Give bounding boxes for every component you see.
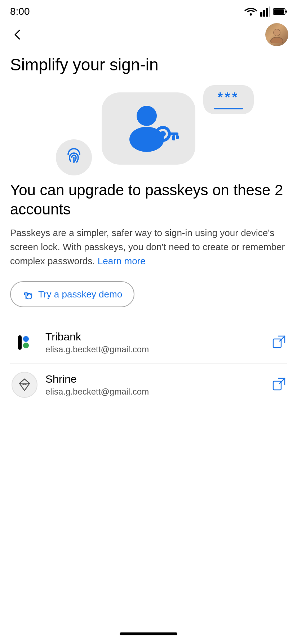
- svg-marker-23: [19, 379, 30, 385]
- svg-rect-2: [266, 8, 268, 17]
- svg-point-11: [137, 106, 157, 126]
- upgrade-description: Passkeys are a simpler, safer way to sig…: [10, 226, 287, 268]
- signal-icon: [260, 6, 270, 17]
- fingerprint-bubble: [56, 139, 92, 175]
- person-key-icon: [116, 100, 181, 157]
- account-item-shrine[interactable]: Shrine elisa.g.beckett@gmail.com: [10, 364, 287, 406]
- svg-rect-5: [274, 9, 284, 14]
- illustration-area: ***: [0, 83, 297, 177]
- account-item-tribank[interactable]: Tribank elisa.g.beckett@gmail.com: [10, 322, 287, 364]
- svg-point-9: [274, 29, 280, 36]
- try-demo-button[interactable]: Try a passkey demo: [10, 281, 134, 307]
- shrine-info: Shrine elisa.g.beckett@gmail.com: [45, 373, 267, 397]
- shrine-external-link-icon: [272, 378, 285, 392]
- password-dots-text: ***: [218, 90, 239, 105]
- demo-button-label: Try a passkey demo: [38, 289, 122, 300]
- shrine-name: Shrine: [45, 373, 267, 385]
- svg-rect-0: [260, 12, 262, 17]
- shrine-email: elisa.g.beckett@gmail.com: [45, 387, 267, 397]
- svg-rect-6: [285, 10, 287, 13]
- back-arrow-icon: [12, 28, 25, 41]
- svg-point-19: [23, 336, 29, 342]
- hand-icon: [22, 288, 34, 300]
- tribank-email: elisa.g.beckett@gmail.com: [45, 344, 267, 354]
- svg-rect-16: [176, 135, 179, 139]
- status-icons: [244, 6, 287, 17]
- tribank-logo: [12, 330, 37, 356]
- password-bubble: ***: [203, 85, 254, 114]
- bottom-nav-indicator: [120, 632, 177, 635]
- top-nav: [0, 20, 297, 52]
- back-button[interactable]: [9, 25, 27, 44]
- status-bar: 8:00: [0, 0, 297, 20]
- upgrade-description-text: Passkeys are a simpler, safer way to sig…: [10, 227, 285, 266]
- person-key-bubble: [102, 92, 195, 165]
- main-content: You can upgrade to passkeys on these 2 a…: [0, 177, 297, 406]
- svg-rect-1: [263, 10, 265, 17]
- page-title: Simplify your sign-in: [0, 52, 297, 83]
- learn-more-link[interactable]: Learn more: [98, 256, 146, 266]
- shrine-logo: [12, 372, 37, 398]
- svg-rect-17: [172, 135, 175, 140]
- avatar[interactable]: [265, 23, 288, 46]
- fingerprint-icon: [62, 146, 85, 169]
- svg-rect-15: [168, 132, 178, 135]
- avatar-image: [265, 23, 288, 46]
- battery-icon: [273, 8, 287, 15]
- upgrade-title: You can upgrade to passkeys on these 2 a…: [10, 181, 287, 219]
- tribank-info: Tribank elisa.g.beckett@gmail.com: [45, 331, 267, 354]
- accounts-list: Tribank elisa.g.beckett@gmail.com: [10, 322, 287, 406]
- svg-point-14: [160, 131, 166, 137]
- svg-point-20: [23, 343, 29, 348]
- svg-rect-18: [18, 335, 22, 350]
- status-time: 8:00: [10, 6, 30, 17]
- tribank-name: Tribank: [45, 331, 267, 343]
- svg-rect-3: [269, 6, 270, 17]
- tribank-external-link-icon: [272, 335, 285, 350]
- wifi-icon: [244, 7, 257, 16]
